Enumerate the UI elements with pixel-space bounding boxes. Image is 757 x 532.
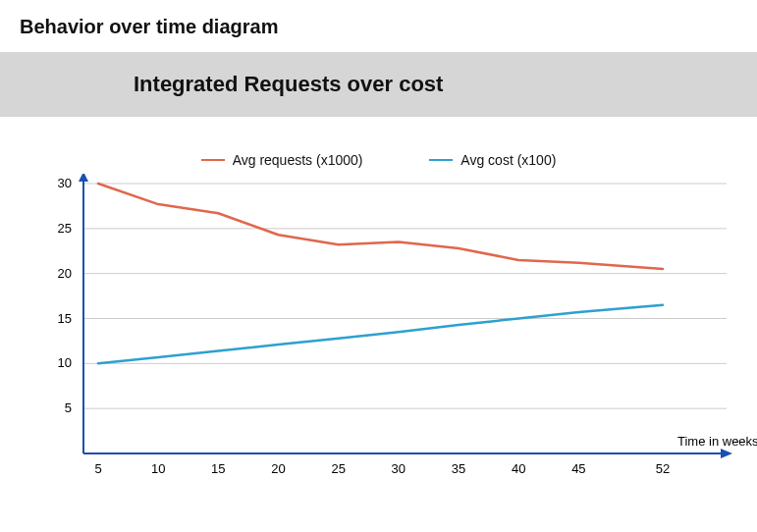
y-tick-label: 20 xyxy=(58,266,72,281)
series-line-cost xyxy=(98,305,663,364)
y-tick-label: 10 xyxy=(58,355,72,370)
x-tick-label: 5 xyxy=(94,461,101,476)
chart-plot: 510152025305101520253035404552Time in we… xyxy=(0,174,757,498)
x-tick-label: 35 xyxy=(452,461,465,476)
y-tick-label: 25 xyxy=(58,221,72,236)
legend-label-requests: Avg requests (x1000) xyxy=(233,152,363,168)
y-tick-label: 5 xyxy=(65,400,72,415)
y-tick-label: 15 xyxy=(58,311,72,326)
x-tick-label: 20 xyxy=(271,461,285,476)
x-tick-label: 30 xyxy=(392,461,406,476)
legend-swatch-requests xyxy=(201,159,225,161)
legend-swatch-cost xyxy=(429,159,453,161)
chart-title: Integrated Requests over cost xyxy=(0,72,443,97)
x-tick-label: 40 xyxy=(512,461,525,476)
page-title: Behavior over time diagram xyxy=(0,0,757,52)
y-tick-label: 30 xyxy=(58,176,72,190)
x-tick-label: 10 xyxy=(151,461,165,476)
x-tick-label: 52 xyxy=(656,461,670,476)
legend-label-cost: Avg cost (x100) xyxy=(460,152,556,168)
chart-legend: Avg requests (x1000) Avg cost (x100) xyxy=(0,148,757,168)
chart-title-band: Integrated Requests over cost xyxy=(0,52,757,117)
x-tick-label: 45 xyxy=(571,461,585,476)
legend-item-cost: Avg cost (x100) xyxy=(429,152,556,168)
x-tick-label: 15 xyxy=(211,461,225,476)
series-line-requests xyxy=(98,184,663,269)
y-axis-arrow-icon xyxy=(79,174,88,182)
x-tick-label: 25 xyxy=(331,461,345,476)
legend-item-requests: Avg requests (x1000) xyxy=(201,152,363,168)
x-axis-arrow-icon xyxy=(721,449,732,458)
x-axis-label: Time in weeks xyxy=(677,434,757,449)
